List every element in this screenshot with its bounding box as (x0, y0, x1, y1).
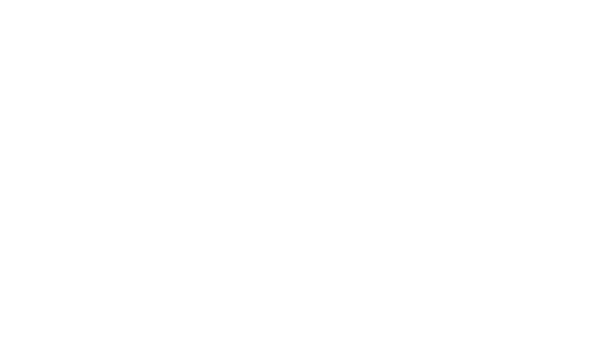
org-chart (0, 0, 590, 364)
connector-lines (0, 0, 590, 364)
